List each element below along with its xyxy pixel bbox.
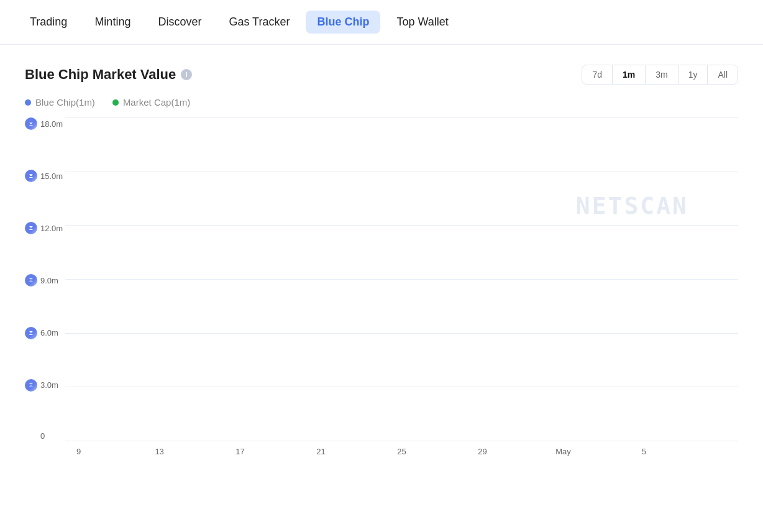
y-label-text-3: 9.0m xyxy=(40,276,58,285)
y-label-0: Ξ18.0m xyxy=(25,117,65,130)
chart-inner xyxy=(65,117,738,441)
nav-item-trading[interactable]: Trading xyxy=(19,11,78,34)
chart-area: NETSCAN Ξ18.0mΞ15.0mΞ12.0mΞ9.0mΞ6.0mΞ3.0… xyxy=(25,117,738,466)
nav-item-gas-tracker[interactable]: Gas Tracker xyxy=(217,11,301,34)
x-label-3: 21 xyxy=(316,447,325,456)
time-btn-all[interactable]: All xyxy=(708,65,738,84)
y-label-text-1: 15.0m xyxy=(40,172,63,181)
y-label-6: 0 xyxy=(25,431,65,441)
x-label-1: 13 xyxy=(155,447,163,456)
y-label-2: Ξ12.0m xyxy=(25,222,65,234)
y-label-text-0: 18.0m xyxy=(40,119,63,129)
legend: Blue Chip(1m)Market Cap(1m) xyxy=(25,97,738,108)
eth-icon: Ξ xyxy=(25,170,37,182)
legend-dot-blue-chip xyxy=(25,99,31,106)
x-label-0: 9 xyxy=(76,447,81,456)
x-label-4: 25 xyxy=(397,447,406,456)
y-label-1: Ξ15.0m xyxy=(25,170,65,182)
y-label-4: Ξ6.0m xyxy=(25,327,65,339)
y-label-text-2: 12.0m xyxy=(40,224,63,233)
y-label-text-4: 6.0m xyxy=(40,328,58,337)
x-label-7: 5 xyxy=(642,447,646,456)
info-icon[interactable]: i xyxy=(181,69,192,80)
eth-icon: Ξ xyxy=(25,327,37,339)
chart-title: Blue Chip Market Value i xyxy=(25,66,192,83)
time-filters: 7d1m3m1yAll xyxy=(582,65,738,85)
eth-icon: Ξ xyxy=(25,222,37,234)
y-axis: Ξ18.0mΞ15.0mΞ12.0mΞ9.0mΞ6.0mΞ3.0m0 xyxy=(25,117,65,441)
main-content: Blue Chip Market Value i 7d1m3m1yAll Blu… xyxy=(0,45,763,485)
legend-item-blue-chip: Blue Chip(1m) xyxy=(25,97,95,108)
time-btn-7d[interactable]: 7d xyxy=(582,65,613,84)
nav-item-blue-chip[interactable]: Blue Chip xyxy=(306,11,380,34)
x-axis: 91317212529May5 xyxy=(65,447,738,466)
eth-icon: Ξ xyxy=(25,379,37,392)
nav-bar: TradingMintingDiscoverGas TrackerBlue Ch… xyxy=(0,0,763,45)
eth-icon: Ξ xyxy=(25,117,37,130)
nav-item-top-wallet[interactable]: Top Wallet xyxy=(385,11,459,34)
chart-svg xyxy=(65,117,738,441)
chart-title-text: Blue Chip Market Value xyxy=(25,66,176,83)
time-btn-1y[interactable]: 1y xyxy=(678,65,708,84)
nav-item-minting[interactable]: Minting xyxy=(83,11,142,34)
y-label-3: Ξ9.0m xyxy=(25,274,65,287)
legend-dot-market-cap xyxy=(112,99,119,106)
x-label-6: May xyxy=(555,447,571,456)
x-label-5: 29 xyxy=(478,447,487,456)
time-btn-3m[interactable]: 3m xyxy=(646,65,678,84)
legend-label-blue-chip: Blue Chip(1m) xyxy=(35,97,95,108)
chart-header: Blue Chip Market Value i 7d1m3m1yAll xyxy=(25,65,738,85)
eth-icon: Ξ xyxy=(25,274,37,287)
y-label-text-5: 3.0m xyxy=(40,380,58,390)
x-label-2: 17 xyxy=(235,447,244,456)
nav-item-discover[interactable]: Discover xyxy=(147,11,212,34)
legend-label-market-cap: Market Cap(1m) xyxy=(123,97,190,108)
y-label-5: Ξ3.0m xyxy=(25,379,65,392)
time-btn-1m[interactable]: 1m xyxy=(613,65,646,84)
y-label-text-6: 0 xyxy=(40,431,45,441)
legend-item-market-cap: Market Cap(1m) xyxy=(112,97,190,108)
grid-line-6 xyxy=(65,441,738,441)
